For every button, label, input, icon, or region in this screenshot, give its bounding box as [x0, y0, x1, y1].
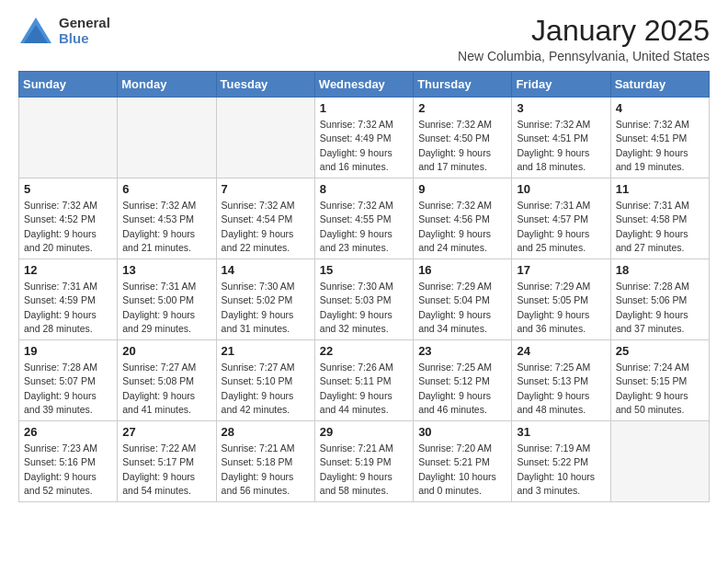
- day-number: 22: [320, 344, 408, 358]
- calendar-week-row: 5Sunrise: 7:32 AMSunset: 4:52 PMDaylight…: [19, 178, 710, 259]
- calendar-cell: 19Sunrise: 7:28 AMSunset: 5:07 PMDayligh…: [19, 340, 118, 421]
- calendar-cell: 20Sunrise: 7:27 AMSunset: 5:08 PMDayligh…: [118, 340, 216, 421]
- day-info: Sunrise: 7:21 AMSunset: 5:18 PMDaylight:…: [222, 442, 310, 498]
- calendar-cell: 28Sunrise: 7:21 AMSunset: 5:18 PMDayligh…: [216, 421, 314, 502]
- weekday-header-tuesday: Tuesday: [216, 72, 314, 98]
- day-number: 25: [616, 344, 704, 358]
- calendar-cell: 8Sunrise: 7:32 AMSunset: 4:55 PMDaylight…: [314, 178, 413, 259]
- day-number: 23: [418, 344, 506, 358]
- day-info: Sunrise: 7:32 AMSunset: 4:50 PMDaylight:…: [418, 118, 506, 174]
- calendar-cell: 27Sunrise: 7:22 AMSunset: 5:17 PMDayligh…: [118, 421, 216, 502]
- day-number: 4: [616, 101, 704, 115]
- calendar-cell: 14Sunrise: 7:30 AMSunset: 5:02 PMDayligh…: [216, 259, 314, 340]
- calendar-week-row: 19Sunrise: 7:28 AMSunset: 5:07 PMDayligh…: [19, 340, 710, 421]
- day-info: Sunrise: 7:27 AMSunset: 5:10 PMDaylight:…: [222, 361, 310, 417]
- day-number: 10: [517, 182, 605, 196]
- calendar-week-row: 1Sunrise: 7:32 AMSunset: 4:49 PMDaylight…: [19, 98, 710, 178]
- calendar-header-row: SundayMondayTuesdayWednesdayThursdayFrid…: [19, 72, 710, 98]
- day-info: Sunrise: 7:31 AMSunset: 4:59 PMDaylight:…: [24, 280, 112, 336]
- header: General Blue January 2025 New Columbia, …: [18, 15, 710, 63]
- calendar-cell: 15Sunrise: 7:30 AMSunset: 5:03 PMDayligh…: [314, 259, 413, 340]
- page: General Blue January 2025 New Columbia, …: [0, 0, 728, 517]
- calendar-cell: 7Sunrise: 7:32 AMSunset: 4:54 PMDaylight…: [216, 178, 314, 259]
- logo-blue: Blue: [59, 30, 110, 46]
- calendar-cell: 2Sunrise: 7:32 AMSunset: 4:50 PMDaylight…: [414, 98, 512, 178]
- day-number: 2: [418, 101, 506, 115]
- day-info: Sunrise: 7:32 AMSunset: 4:49 PMDaylight:…: [320, 118, 408, 174]
- day-number: 21: [222, 344, 310, 358]
- day-info: Sunrise: 7:31 AMSunset: 5:00 PMDaylight:…: [122, 280, 210, 336]
- day-number: 15: [320, 263, 408, 277]
- day-number: 11: [616, 182, 704, 196]
- day-number: 8: [320, 182, 408, 196]
- day-number: 9: [418, 182, 506, 196]
- calendar-cell: 13Sunrise: 7:31 AMSunset: 5:00 PMDayligh…: [118, 259, 216, 340]
- calendar-cell: [19, 98, 118, 178]
- calendar-cell: 26Sunrise: 7:23 AMSunset: 5:16 PMDayligh…: [19, 421, 118, 502]
- day-number: 6: [122, 182, 210, 196]
- day-info: Sunrise: 7:31 AMSunset: 4:58 PMDaylight:…: [616, 199, 704, 255]
- day-info: Sunrise: 7:19 AMSunset: 5:22 PMDaylight:…: [517, 442, 605, 498]
- calendar-cell: 10Sunrise: 7:31 AMSunset: 4:57 PMDayligh…: [512, 178, 610, 259]
- day-info: Sunrise: 7:26 AMSunset: 5:11 PMDaylight:…: [320, 361, 408, 417]
- day-info: Sunrise: 7:27 AMSunset: 5:08 PMDaylight:…: [122, 361, 210, 417]
- title-block: January 2025 New Columbia, Pennsylvania,…: [458, 15, 710, 63]
- calendar-cell: 31Sunrise: 7:19 AMSunset: 5:22 PMDayligh…: [512, 421, 610, 502]
- day-number: 28: [222, 425, 310, 439]
- day-info: Sunrise: 7:28 AMSunset: 5:07 PMDaylight:…: [24, 361, 112, 417]
- calendar-cell: 30Sunrise: 7:20 AMSunset: 5:21 PMDayligh…: [414, 421, 512, 502]
- day-info: Sunrise: 7:30 AMSunset: 5:03 PMDaylight:…: [320, 280, 408, 336]
- day-info: Sunrise: 7:25 AMSunset: 5:12 PMDaylight:…: [418, 361, 506, 417]
- weekday-header-thursday: Thursday: [414, 72, 512, 98]
- calendar-cell: 24Sunrise: 7:25 AMSunset: 5:13 PMDayligh…: [512, 340, 610, 421]
- calendar-cell: 25Sunrise: 7:24 AMSunset: 5:15 PMDayligh…: [610, 340, 709, 421]
- day-info: Sunrise: 7:23 AMSunset: 5:16 PMDaylight:…: [24, 442, 112, 498]
- day-number: 29: [320, 425, 408, 439]
- day-number: 16: [418, 263, 506, 277]
- logo-icon: [18, 16, 53, 45]
- calendar-cell: 21Sunrise: 7:27 AMSunset: 5:10 PMDayligh…: [216, 340, 314, 421]
- day-info: Sunrise: 7:29 AMSunset: 5:04 PMDaylight:…: [418, 280, 506, 336]
- weekday-header-saturday: Saturday: [610, 72, 709, 98]
- day-number: 30: [418, 425, 506, 439]
- day-info: Sunrise: 7:20 AMSunset: 5:21 PMDaylight:…: [418, 442, 506, 498]
- day-number: 12: [24, 263, 112, 277]
- day-info: Sunrise: 7:32 AMSunset: 4:54 PMDaylight:…: [222, 199, 310, 255]
- calendar-table: SundayMondayTuesdayWednesdayThursdayFrid…: [18, 71, 710, 502]
- calendar-cell: 29Sunrise: 7:21 AMSunset: 5:19 PMDayligh…: [314, 421, 413, 502]
- day-number: 19: [24, 344, 112, 358]
- calendar-cell: 16Sunrise: 7:29 AMSunset: 5:04 PMDayligh…: [414, 259, 512, 340]
- day-number: 7: [222, 182, 310, 196]
- day-info: Sunrise: 7:29 AMSunset: 5:05 PMDaylight:…: [517, 280, 605, 336]
- day-number: 26: [24, 425, 112, 439]
- day-info: Sunrise: 7:30 AMSunset: 5:02 PMDaylight:…: [222, 280, 310, 336]
- day-number: 24: [517, 344, 605, 358]
- day-info: Sunrise: 7:31 AMSunset: 4:57 PMDaylight:…: [517, 199, 605, 255]
- weekday-header-wednesday: Wednesday: [314, 72, 413, 98]
- day-info: Sunrise: 7:21 AMSunset: 5:19 PMDaylight:…: [320, 442, 408, 498]
- day-info: Sunrise: 7:32 AMSunset: 4:53 PMDaylight:…: [122, 199, 210, 255]
- day-number: 31: [517, 425, 605, 439]
- day-info: Sunrise: 7:25 AMSunset: 5:13 PMDaylight:…: [517, 361, 605, 417]
- subtitle: New Columbia, Pennsylvania, United State…: [458, 49, 710, 63]
- day-number: 1: [320, 101, 408, 115]
- day-info: Sunrise: 7:32 AMSunset: 4:51 PMDaylight:…: [616, 118, 704, 174]
- weekday-header-sunday: Sunday: [19, 72, 118, 98]
- day-number: 17: [517, 263, 605, 277]
- day-info: Sunrise: 7:28 AMSunset: 5:06 PMDaylight:…: [616, 280, 704, 336]
- main-title: January 2025: [458, 15, 710, 47]
- calendar-cell: 9Sunrise: 7:32 AMSunset: 4:56 PMDaylight…: [414, 178, 512, 259]
- calendar-cell: 6Sunrise: 7:32 AMSunset: 4:53 PMDaylight…: [118, 178, 216, 259]
- day-number: 3: [517, 101, 605, 115]
- day-info: Sunrise: 7:32 AMSunset: 4:51 PMDaylight:…: [517, 118, 605, 174]
- day-number: 27: [122, 425, 210, 439]
- day-info: Sunrise: 7:32 AMSunset: 4:52 PMDaylight:…: [24, 199, 112, 255]
- weekday-header-friday: Friday: [512, 72, 610, 98]
- calendar-cell: 12Sunrise: 7:31 AMSunset: 4:59 PMDayligh…: [19, 259, 118, 340]
- day-number: 13: [122, 263, 210, 277]
- logo: General Blue: [18, 15, 110, 47]
- day-number: 14: [222, 263, 310, 277]
- calendar-cell: 23Sunrise: 7:25 AMSunset: 5:12 PMDayligh…: [414, 340, 512, 421]
- calendar-cell: 22Sunrise: 7:26 AMSunset: 5:11 PMDayligh…: [314, 340, 413, 421]
- calendar-cell: 17Sunrise: 7:29 AMSunset: 5:05 PMDayligh…: [512, 259, 610, 340]
